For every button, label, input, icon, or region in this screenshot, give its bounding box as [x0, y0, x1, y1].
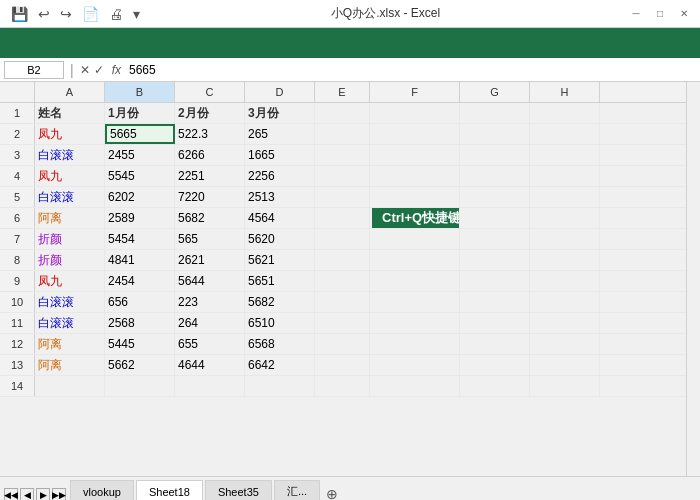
cell-F1[interactable] — [370, 103, 460, 123]
cell-F3[interactable] — [370, 145, 460, 165]
vertical-scrollbar[interactable] — [686, 82, 700, 476]
cell-H13[interactable] — [530, 355, 600, 375]
cell-F11[interactable] — [370, 313, 460, 333]
cell-A13[interactable]: 阿离 — [35, 355, 105, 375]
cell-H4[interactable] — [530, 166, 600, 186]
cell-E3[interactable] — [315, 145, 370, 165]
cell-G3[interactable] — [460, 145, 530, 165]
row-header-8[interactable]: 8 — [0, 250, 35, 270]
cell-E12[interactable] — [315, 334, 370, 354]
cell-H3[interactable] — [530, 145, 600, 165]
cell-D12[interactable]: 6568 — [245, 334, 315, 354]
cell-E8[interactable] — [315, 250, 370, 270]
cell-B11[interactable]: 2568 — [105, 313, 175, 333]
cell-E2[interactable] — [315, 124, 370, 144]
cell-C5[interactable]: 7220 — [175, 187, 245, 207]
cell-D4[interactable]: 2256 — [245, 166, 315, 186]
cell-D7[interactable]: 5620 — [245, 229, 315, 249]
cell-A1[interactable]: 姓名 — [35, 103, 105, 123]
row-header-5[interactable]: 5 — [0, 187, 35, 207]
cell-F12[interactable] — [370, 334, 460, 354]
cell-C11[interactable]: 264 — [175, 313, 245, 333]
col-header-E[interactable]: E — [315, 82, 370, 102]
row-header-4[interactable]: 4 — [0, 166, 35, 186]
cell-C14[interactable] — [175, 376, 245, 396]
maximize-button[interactable]: □ — [652, 6, 668, 22]
cell-F13[interactable] — [370, 355, 460, 375]
col-header-C[interactable]: C — [175, 82, 245, 102]
cell-F9[interactable] — [370, 271, 460, 291]
sheet-nav-next[interactable]: ▶ — [36, 488, 50, 500]
col-header-B[interactable]: B — [105, 82, 175, 102]
cell-C12[interactable]: 655 — [175, 334, 245, 354]
minimize-button[interactable]: ─ — [628, 6, 644, 22]
cell-B3[interactable]: 2455 — [105, 145, 175, 165]
cell-D5[interactable]: 2513 — [245, 187, 315, 207]
cell-E7[interactable] — [315, 229, 370, 249]
cell-F8[interactable] — [370, 250, 460, 270]
cell-A3[interactable]: 白滚滚 — [35, 145, 105, 165]
cell-H7[interactable] — [530, 229, 600, 249]
cell-B1[interactable]: 1月份 — [105, 103, 175, 123]
row-header-9[interactable]: 9 — [0, 271, 35, 291]
row-header-11[interactable]: 11 — [0, 313, 35, 333]
cell-C1[interactable]: 2月份 — [175, 103, 245, 123]
cell-A5[interactable]: 白滚滚 — [35, 187, 105, 207]
col-header-A[interactable]: A — [35, 82, 105, 102]
cell-H8[interactable] — [530, 250, 600, 270]
cell-H1[interactable] — [530, 103, 600, 123]
sheet-nav-last[interactable]: ▶▶ — [52, 488, 66, 500]
cell-B10[interactable]: 656 — [105, 292, 175, 312]
cell-F6[interactable]: Ctrl+Q快捷键 — [370, 208, 460, 228]
cell-E5[interactable] — [315, 187, 370, 207]
cell-B14[interactable] — [105, 376, 175, 396]
cell-C10[interactable]: 223 — [175, 292, 245, 312]
sheet-tab-sheet18[interactable]: Sheet18 — [136, 480, 203, 500]
cell-G2[interactable] — [460, 124, 530, 144]
cell-H5[interactable] — [530, 187, 600, 207]
sheet-tab-more[interactable]: 汇... — [274, 480, 320, 500]
cell-C4[interactable]: 2251 — [175, 166, 245, 186]
cell-A7[interactable]: 折颜 — [35, 229, 105, 249]
row-header-1[interactable]: 1 — [0, 103, 35, 123]
cancel-icon[interactable]: ✕ — [80, 63, 90, 77]
cell-H11[interactable] — [530, 313, 600, 333]
cell-C2[interactable]: 522.3 — [175, 124, 245, 144]
redo-icon[interactable]: ↪ — [57, 4, 75, 24]
cell-C3[interactable]: 6266 — [175, 145, 245, 165]
cell-D3[interactable]: 1665 — [245, 145, 315, 165]
cell-G12[interactable] — [460, 334, 530, 354]
sheet-tab-vlookup[interactable]: vlookup — [70, 480, 134, 500]
cell-B8[interactable]: 4841 — [105, 250, 175, 270]
sheet-tab-sheet35[interactable]: Sheet35 — [205, 480, 272, 500]
cell-C8[interactable]: 2621 — [175, 250, 245, 270]
cell-E10[interactable] — [315, 292, 370, 312]
row-header-10[interactable]: 10 — [0, 292, 35, 312]
row-header-14[interactable]: 14 — [0, 376, 35, 396]
cell-A11[interactable]: 白滚滚 — [35, 313, 105, 333]
cell-G10[interactable] — [460, 292, 530, 312]
row-header-6[interactable]: 6 — [0, 208, 35, 228]
cell-G6[interactable] — [460, 208, 530, 228]
cell-E9[interactable] — [315, 271, 370, 291]
cell-C9[interactable]: 5644 — [175, 271, 245, 291]
cell-G13[interactable] — [460, 355, 530, 375]
formula-input[interactable] — [125, 63, 696, 77]
cell-D13[interactable]: 6642 — [245, 355, 315, 375]
sheet-nav-prev[interactable]: ◀ — [20, 488, 34, 500]
cell-C7[interactable]: 565 — [175, 229, 245, 249]
cell-A14[interactable] — [35, 376, 105, 396]
col-header-H[interactable]: H — [530, 82, 600, 102]
cell-G9[interactable] — [460, 271, 530, 291]
cell-F4[interactable] — [370, 166, 460, 186]
cell-A4[interactable]: 凤九 — [35, 166, 105, 186]
cell-E4[interactable] — [315, 166, 370, 186]
cell-D11[interactable]: 6510 — [245, 313, 315, 333]
cell-F5[interactable] — [370, 187, 460, 207]
cell-G5[interactable] — [460, 187, 530, 207]
cell-E13[interactable] — [315, 355, 370, 375]
cell-A8[interactable]: 折颜 — [35, 250, 105, 270]
cell-C13[interactable]: 4644 — [175, 355, 245, 375]
row-header-13[interactable]: 13 — [0, 355, 35, 375]
cell-G14[interactable] — [460, 376, 530, 396]
